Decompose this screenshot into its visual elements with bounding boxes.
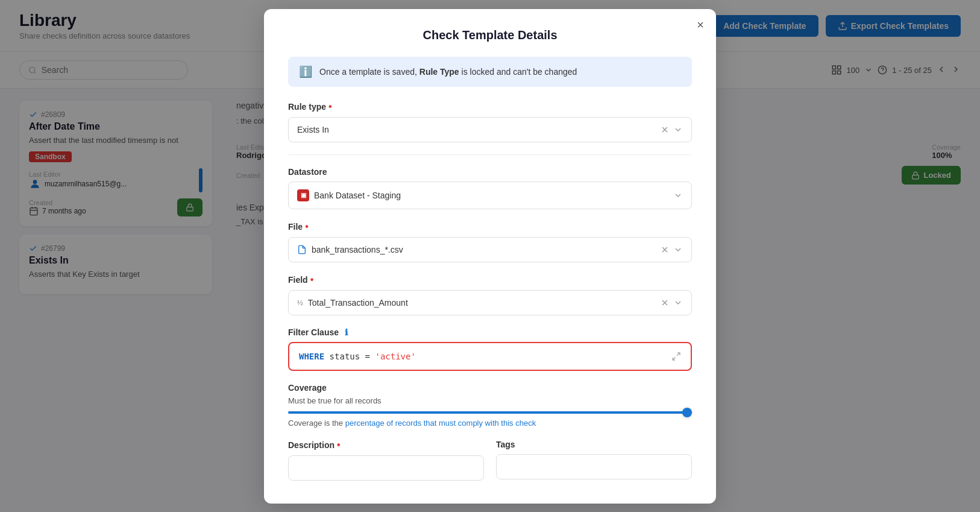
datastore-actions — [673, 191, 683, 200]
description-input[interactable] — [288, 455, 484, 481]
file-required: • — [305, 221, 309, 232]
info-banner: ℹ️ Once a template is saved, Rule Type i… — [288, 57, 692, 87]
datastore-value: ▣ Bank Dataset - Staging — [297, 189, 673, 201]
field-select[interactable]: ½ Total_Transaction_Amount — [288, 290, 692, 315]
file-clear-icon[interactable] — [660, 245, 670, 254]
field-group: Field • ½ Total_Transaction_Amount — [288, 274, 692, 315]
file-value: bank_transactions_*.csv — [297, 245, 660, 254]
clear-icon[interactable] — [660, 125, 670, 134]
datastore-dropdown-icon[interactable] — [673, 191, 683, 200]
file-actions — [660, 245, 683, 254]
tags-group: Tags — [496, 440, 692, 481]
filter-condition-text: status = — [330, 352, 375, 361]
coverage-note: Coverage is the percentage of records th… — [288, 419, 692, 428]
datastore-icon: ▣ — [297, 189, 309, 201]
description-label: Description • — [288, 440, 484, 450]
filter-info-icon[interactable]: ℹ — [345, 327, 348, 337]
rule-type-actions — [660, 125, 683, 134]
dropdown-arrow-icon[interactable] — [673, 125, 683, 134]
file-group: File • bank_transactions_*.csv — [288, 221, 692, 262]
rule-type-label: Rule type • — [288, 101, 692, 112]
coverage-slider[interactable] — [288, 411, 692, 414]
file-icon — [297, 245, 307, 254]
required-indicator: • — [328, 101, 332, 112]
filter-clause-group: Filter Clause ℹ WHERE status = 'active' — [288, 327, 692, 371]
coverage-must-text: Must be true for all records — [288, 396, 692, 405]
field-type-icon: ½ — [297, 298, 303, 308]
coverage-highlight: percentage of records that must comply w… — [345, 419, 536, 428]
datastore-label: Datastore — [288, 167, 692, 177]
filter-where-keyword: WHERE — [299, 352, 324, 361]
file-label: File • — [288, 221, 692, 232]
field-dropdown-icon[interactable] — [673, 298, 683, 308]
divider-1 — [288, 154, 692, 155]
svg-line-22 — [677, 353, 680, 356]
modal-dialog: × Check Template Details ℹ️ Once a templ… — [264, 9, 716, 504]
field-clear-icon[interactable] — [660, 298, 670, 308]
coverage-thumb — [682, 408, 692, 417]
modal-close-button[interactable]: × — [697, 19, 704, 31]
tags-input[interactable] — [496, 454, 692, 479]
modal-title: Check Template Details — [288, 28, 692, 42]
field-required: • — [310, 274, 314, 285]
field-value: ½ Total_Transaction_Amount — [297, 298, 660, 308]
modal-overlay: × Check Template Details ℹ️ Once a templ… — [0, 0, 980, 512]
rule-type-select[interactable]: Exists In — [288, 117, 692, 142]
description-group: Description • — [288, 440, 484, 481]
coverage-label: Coverage — [288, 383, 692, 393]
coverage-section: Coverage Must be true for all records Co… — [288, 383, 692, 428]
file-select[interactable]: bank_transactions_*.csv — [288, 237, 692, 262]
field-label: Field • — [288, 274, 692, 285]
rule-type-group: Rule type • Exists In — [288, 101, 692, 142]
file-dropdown-icon[interactable] — [673, 245, 683, 254]
coverage-fill — [288, 411, 692, 414]
info-icon: ℹ️ — [299, 65, 312, 78]
field-actions — [660, 298, 683, 308]
filter-string-value: 'active' — [375, 352, 415, 361]
datastore-group: Datastore ▣ Bank Dataset - Staging — [288, 167, 692, 209]
datastore-select[interactable]: ▣ Bank Dataset - Staging — [288, 182, 692, 209]
desc-tags-row: Description • Tags — [288, 440, 692, 493]
expand-icon[interactable] — [671, 352, 681, 361]
svg-line-23 — [673, 357, 676, 360]
filter-clause-input[interactable]: WHERE status = 'active' — [288, 342, 692, 371]
filter-clause-label: Filter Clause ℹ — [288, 327, 692, 337]
desc-required: • — [337, 440, 341, 450]
info-text: Once a template is saved, Rule Type is l… — [319, 67, 577, 77]
tags-label: Tags — [496, 440, 692, 449]
rule-type-value: Exists In — [297, 125, 660, 134]
filter-text: WHERE status = 'active' — [299, 352, 416, 361]
